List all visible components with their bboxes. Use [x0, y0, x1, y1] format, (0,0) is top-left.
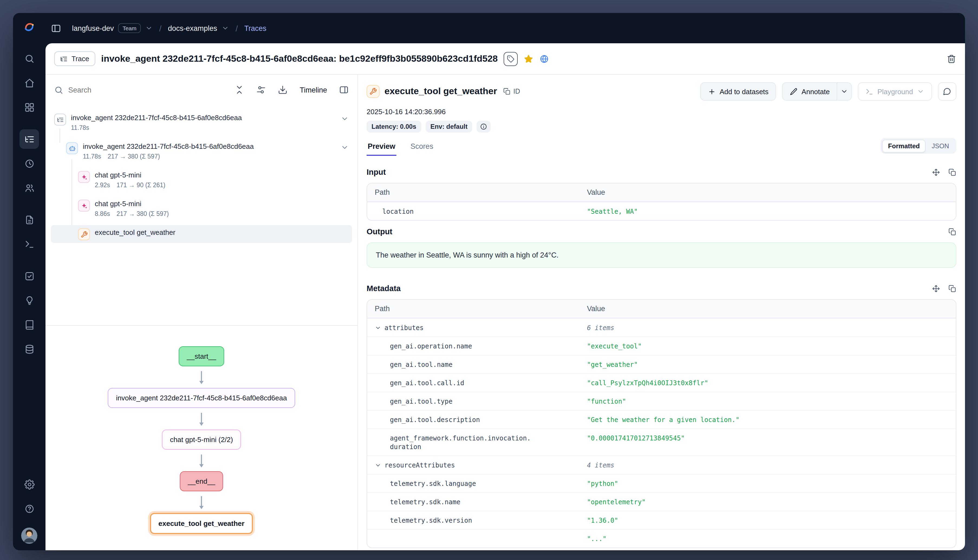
trace-type-badge: Trace — [54, 52, 95, 66]
detail-scroll-area[interactable]: Input Path Value — [367, 156, 956, 550]
tag-button[interactable] — [503, 52, 518, 66]
section-title: Input — [367, 168, 386, 177]
copy-section-button[interactable] — [948, 284, 956, 292]
section-title: Metadata — [367, 284, 401, 293]
table-row[interactable]: gen_ai.operation.name "execute_tool" — [367, 337, 956, 355]
delete-trace-button[interactable] — [946, 54, 956, 63]
copy-section-button[interactable] — [948, 228, 956, 236]
add-to-datasets-button[interactable]: Add to datasets — [700, 82, 776, 101]
graph-node-end[interactable]: __end__ — [179, 471, 223, 491]
sidebar-item-users[interactable] — [20, 178, 39, 197]
observation-detail-panel: execute_tool get_weather ID Add to datas… — [358, 75, 965, 550]
chevron-down-icon[interactable] — [375, 324, 381, 331]
table-row-group[interactable]: attributes 6 items — [367, 318, 956, 337]
expand-panel-button[interactable] — [339, 85, 349, 95]
square-check-icon — [24, 271, 34, 281]
chevron-down-icon[interactable] — [375, 462, 381, 468]
public-link-button[interactable] — [539, 54, 549, 63]
sidebar-item-insights[interactable] — [20, 290, 39, 310]
collapse-all-button[interactable] — [235, 85, 244, 95]
sidebar-item-prompts[interactable] — [20, 210, 39, 229]
table-row[interactable]: gen_ai.tool.type "function" — [367, 392, 956, 410]
tag-icon — [507, 55, 515, 62]
download-button[interactable] — [278, 85, 288, 95]
user-avatar[interactable] — [21, 528, 37, 544]
tab-preview[interactable]: Preview — [367, 139, 396, 156]
sidebar-item-sessions[interactable] — [20, 154, 39, 173]
format-formatted-option[interactable]: Formatted — [882, 139, 926, 152]
playground-button[interactable]: Playground — [858, 82, 932, 101]
reorder-section-button[interactable] — [932, 168, 940, 176]
table-row[interactable]: telemetry.sdk.language "python" — [367, 474, 956, 492]
tree-row-agent[interactable]: invoke_agent 232de211-7fcf-45c8-b415-6af… — [63, 139, 352, 162]
search-input[interactable] — [68, 86, 223, 94]
sidebar-item-search[interactable] — [20, 49, 39, 68]
table-row[interactable]: telemetry.sdk.version "1.36.0" — [367, 511, 956, 529]
sidebar-item-annotations[interactable] — [20, 315, 39, 334]
main-area: Trace invoke_agent 232de211-7fcf-45c8-b4… — [45, 43, 965, 550]
org-switcher[interactable]: langfuse-dev Team — [72, 23, 153, 33]
tree-row-trace[interactable]: invoke_agent 232de211-7fcf-45c8-b415-6af… — [51, 110, 352, 133]
comments-button[interactable] — [938, 82, 956, 101]
collapse-chevron-icon[interactable] — [341, 115, 349, 123]
timeline-toggle[interactable]: Timeline — [300, 86, 327, 94]
reorder-section-button[interactable] — [932, 284, 940, 292]
lightbulb-icon — [24, 295, 34, 305]
chevron-down-icon — [145, 24, 153, 32]
bookmark-star-button[interactable] — [524, 54, 533, 63]
graph-node-chat[interactable]: chat gpt-5-mini (2/2) — [162, 430, 241, 450]
tool-icon — [367, 85, 379, 98]
breadcrumb-separator: / — [159, 23, 161, 33]
table-row[interactable]: "..." — [367, 529, 956, 548]
sidebar-item-settings[interactable] — [20, 475, 39, 494]
graph-node-execute-tool[interactable]: execute_tool get_weather — [150, 513, 253, 534]
table-row[interactable]: gen_ai.tool.call.id "call_PsylzxTpQh4i0O… — [367, 373, 956, 392]
collapse-chevron-icon[interactable] — [341, 143, 349, 152]
desktop: langfuse-dev Team / docs-examples / Trac… — [0, 0, 978, 560]
info-badge[interactable] — [477, 121, 491, 133]
graph-node-start[interactable]: __start__ — [179, 346, 224, 366]
copy-section-button[interactable] — [948, 168, 956, 176]
sidebar-toggle-button[interactable] — [51, 23, 61, 33]
tree-row-tool-selected[interactable]: execute_tool get_weather — [51, 225, 352, 243]
org-name: langfuse-dev — [72, 24, 114, 32]
sidebar-item-traces[interactable] — [20, 129, 39, 149]
terminal-icon — [24, 239, 34, 249]
copy-icon — [948, 228, 956, 236]
metadata-section: Metadata Path Value — [367, 278, 956, 548]
project-switcher[interactable]: docs-examples — [168, 24, 229, 32]
sidebar — [13, 43, 45, 550]
trace-tree: invoke_agent 232de211-7fcf-45c8-b415-6af… — [45, 105, 358, 325]
table-row[interactable]: gen_ai.tool.description "Get the weather… — [367, 410, 956, 428]
home-icon — [24, 78, 34, 88]
sidebar-item-home[interactable] — [20, 73, 39, 93]
table-row[interactable]: agent_framework.function.invocation.dura… — [367, 428, 956, 455]
graph-node-invoke-agent[interactable]: invoke_agent 232de211-7fcf-45c8-b415-6af… — [108, 388, 295, 408]
copy-icon — [948, 284, 956, 292]
annotate-menu-button[interactable] — [837, 82, 852, 101]
tree-settings-button[interactable] — [256, 85, 266, 95]
help-circle-icon — [24, 503, 34, 514]
column-header-path: Path — [375, 305, 587, 313]
sidebar-item-datasets[interactable] — [20, 339, 39, 359]
duration: 11.78s — [71, 125, 89, 131]
tree-row-generation-1[interactable]: chat gpt-5-mini 2.92s 171 → 90 (Σ 261) — [75, 168, 352, 191]
table-row[interactable]: location "Seattle, WA" — [367, 202, 956, 220]
annotate-button[interactable]: Annotate — [782, 82, 837, 101]
table-row[interactable]: gen_ai.tool.name "get_weather" — [367, 355, 956, 373]
copy-id-button[interactable]: ID — [503, 88, 520, 95]
sidebar-item-dashboards[interactable] — [20, 97, 39, 117]
trash-icon — [946, 54, 956, 63]
tree-row-generation-2[interactable]: chat gpt-5-mini 8.86s 217 → 380 (Σ 597) — [75, 197, 352, 220]
sidebar-item-evaluators[interactable] — [20, 266, 39, 286]
project-name: docs-examples — [168, 24, 217, 32]
breadcrumb-traces-link[interactable]: Traces — [244, 24, 266, 32]
tab-scores[interactable]: Scores — [410, 139, 434, 156]
sidebar-item-support[interactable] — [20, 499, 39, 518]
sidebar-item-playground[interactable] — [20, 234, 39, 254]
format-json-option[interactable]: JSON — [926, 139, 955, 152]
table-row[interactable]: telemetry.sdk.name "opentelemetry" — [367, 492, 956, 511]
info-icon — [480, 123, 488, 130]
table-row-group[interactable]: resourceAttributes 4 items — [367, 455, 956, 474]
search-icon — [54, 85, 64, 94]
